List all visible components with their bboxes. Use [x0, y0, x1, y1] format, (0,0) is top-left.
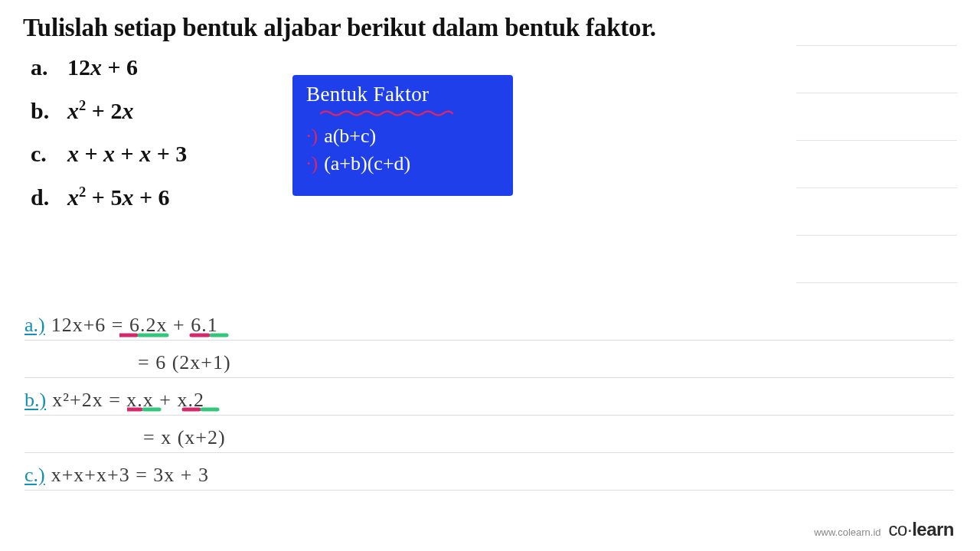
brand-co: co [889, 519, 907, 540]
work-b-line2: = x (x+2) [24, 416, 954, 453]
work-label: a.) [24, 314, 45, 337]
work-text: x+x+x+3 = 3x + 3 [51, 464, 209, 487]
brand-logo: co·learn [889, 519, 954, 540]
work-text: 12x+6 = 6.2x + 6.1 [51, 314, 218, 337]
footer-url: www.colearn.id [814, 527, 880, 538]
work-a-line1: a.) 12x+6 = 6.2x + 6.1 [24, 303, 954, 341]
work-label: b.) [24, 389, 46, 412]
brand-learn: learn [912, 519, 954, 540]
footer: www.colearn.id co·learn [814, 519, 954, 540]
problem-label: c. [31, 141, 67, 167]
work-label: c.) [24, 464, 45, 487]
tip-line-text: a(b+c) [324, 125, 376, 148]
problem-label: a. [31, 54, 67, 80]
tip-title: Bentuk Faktor [306, 83, 499, 106]
tip-line-2: ·) (a+b)(c+d) [306, 152, 499, 175]
problem-expression: x + x + x + 3 [67, 141, 187, 167]
tip-line-text: (a+b)(c+d) [324, 152, 410, 175]
work-text: = x (x+2) [143, 426, 226, 449]
tip-box: Bentuk Faktor ·) a(b+c) ·) (a+b)(c+d) [292, 75, 513, 196]
problem-expression: 12x + 6 [67, 54, 138, 80]
squiggle-underline-icon [306, 109, 467, 117]
work-text: x²+2x = x.x + x.2 [52, 389, 204, 412]
bullet-icon: ·) [306, 126, 318, 146]
problem-label: d. [31, 184, 67, 210]
handwritten-work: a.) 12x+6 = 6.2x + 6.1 = 6 (2x+1) b.) x²… [24, 303, 954, 528]
work-text: = 6 (2x+1) [138, 351, 231, 374]
work-c-line1: c.) x+x+x+3 = 3x + 3 [24, 453, 954, 491]
tip-line-1: ·) a(b+c) [306, 125, 499, 148]
work-a-line2: = 6 (2x+1) [24, 341, 954, 378]
bullet-icon: ·) [306, 154, 318, 174]
right-margin-rules [796, 0, 957, 314]
problem-label: b. [31, 98, 67, 124]
problem-expression: x2 + 2x [67, 97, 133, 124]
problem-expression: x2 + 5x + 6 [67, 184, 170, 210]
work-b-line1: b.) x²+2x = x.x + x.2 [24, 378, 954, 416]
